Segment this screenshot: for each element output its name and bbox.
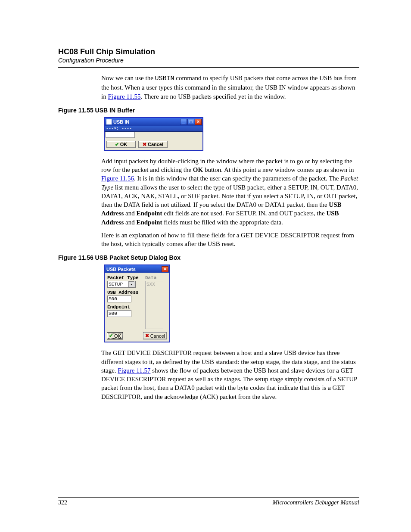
manual-name: Microcontrollers Debugger Manual — [273, 499, 359, 506]
text: edit fields are not used. For SETUP, IN,… — [162, 210, 326, 217]
usb-in-packet-slot[interactable] — [106, 132, 135, 138]
check-icon: ✔ — [115, 142, 119, 147]
usb-address-label: USB Address — [107, 290, 142, 295]
close-button[interactable]: × — [195, 119, 202, 125]
endpoint-value: $00 — [109, 311, 117, 316]
packet-type-label: Packet Type — [107, 275, 142, 280]
footer-divider — [58, 497, 359, 498]
bold-endpoint: Endpoint — [136, 210, 162, 217]
page-header: HC08 Full Chip Simulation Configuration … — [58, 47, 359, 68]
data-value: $XX — [146, 282, 155, 287]
window-title: USB IN — [113, 119, 129, 124]
link-figure-11-55[interactable]: Figure 11.55 — [108, 93, 140, 100]
cancel-button[interactable]: ✖ Cancel — [138, 141, 168, 148]
ok-button[interactable]: ✔ OK — [107, 332, 123, 339]
bold-endpoint-2: Endpoint — [136, 219, 162, 226]
minimize-button[interactable]: _ — [180, 119, 187, 125]
text: and — [124, 219, 136, 226]
bold-ok: OK — [193, 166, 203, 173]
text: fields must be filled with the appropria… — [162, 219, 283, 226]
usb-packets-titlebar: USB Packets × — [105, 265, 169, 273]
chevron-down-icon: ▾ — [128, 281, 134, 287]
page-title: HC08 Full Chip Simulation — [58, 47, 359, 56]
check-icon: ✔ — [109, 333, 113, 339]
close-button[interactable]: × — [162, 266, 168, 272]
link-figure-11-57[interactable]: Figure 11.57 — [118, 367, 150, 374]
usb-packets-dialog: USB Packets × Packet Type SETUP ▾ USB Ad… — [104, 264, 170, 342]
packet-type-value: SETUP — [109, 282, 123, 287]
code-usbin: USBIN — [155, 75, 174, 82]
maximize-button[interactable]: □ — [187, 119, 194, 125]
text: . It is in this window that the user can… — [134, 175, 340, 182]
cancel-label: Cancel — [150, 333, 165, 339]
cancel-button[interactable]: ✖ Cancel — [143, 332, 167, 339]
figure-11-56-caption: Figure 11.56 USB Packet Setup Dialog Box — [58, 254, 359, 261]
header-divider — [58, 67, 359, 68]
cancel-label: Cancel — [148, 142, 163, 147]
data-label: Data — [145, 275, 163, 280]
paragraph-3: Here is an explanation of how to fill th… — [101, 231, 359, 249]
page-subtitle: Configuration Procedure — [58, 57, 359, 64]
text: . There are no USB packets specified yet… — [141, 93, 286, 100]
text: button. At this point a new window comes… — [203, 166, 354, 173]
text: list menu allows the user to select the … — [101, 184, 358, 208]
ok-button[interactable]: ✔ OK — [106, 141, 136, 148]
dialog-title: USB Packets — [106, 267, 136, 272]
paragraph-2: Add input packets by double-clicking in … — [101, 157, 359, 227]
endpoint-label: Endpoint — [107, 305, 142, 310]
cross-icon: ✖ — [145, 333, 149, 339]
ok-label: OK — [114, 333, 121, 339]
window-icon — [106, 119, 112, 124]
usb-address-value: $00 — [109, 296, 117, 302]
page-footer: 322 Microcontrollers Debugger Manual — [58, 497, 359, 506]
data-field: $XX — [145, 281, 163, 329]
page-number: 322 — [58, 499, 67, 506]
usb-in-window: USB IN _ □ × --->: ---- ✔ OK ✖ Cancel — [104, 117, 203, 151]
packet-type-dropdown[interactable]: SETUP ▾ — [107, 281, 136, 288]
usb-in-titlebar: USB IN _ □ × — [105, 118, 202, 126]
paragraph-4: The GET DEVICE DESCRIPTOR request betwee… — [101, 348, 359, 401]
text: and — [124, 210, 136, 217]
usb-address-field[interactable]: $00 — [107, 296, 131, 302]
endpoint-field[interactable]: $00 — [107, 310, 131, 317]
link-figure-11-56[interactable]: Figure 11.56 — [101, 175, 134, 182]
figure-11-55-caption: Figure 11.55 USB IN Buffer — [58, 107, 359, 114]
ok-label: OK — [120, 142, 128, 147]
cross-icon: ✖ — [143, 142, 146, 147]
text: Now we can use the — [101, 75, 155, 81]
usb-in-command-row: --->: ---- — [105, 126, 202, 132]
paragraph-1: Now we can use the USBIN command to spec… — [101, 74, 359, 101]
